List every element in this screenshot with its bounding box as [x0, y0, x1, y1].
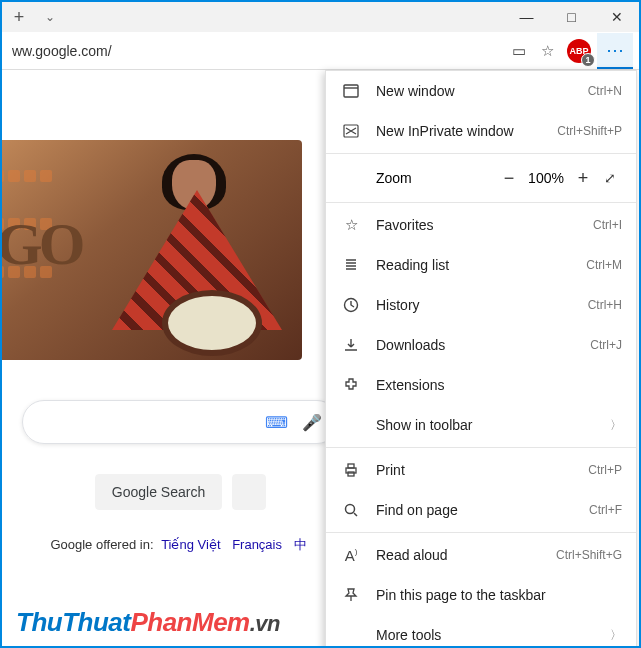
svg-rect-4	[348, 464, 354, 468]
settings-more-button[interactable]: ⋯	[597, 33, 633, 69]
menu-favorites[interactable]: ☆ Favorites Ctrl+I	[326, 205, 636, 245]
menu-history[interactable]: History Ctrl+H	[326, 285, 636, 325]
google-search-button[interactable]: Google Search	[95, 474, 222, 510]
reading-list-icon	[340, 257, 362, 273]
chevron-right-icon: 〉	[610, 627, 622, 644]
lang-link-zh[interactable]: 中	[294, 537, 307, 552]
read-aloud-icon: A)	[340, 547, 362, 564]
more-menu: New window Ctrl+N New InPrivate window C…	[325, 70, 637, 648]
url-input[interactable]	[8, 37, 505, 65]
inprivate-icon	[340, 123, 362, 139]
svg-rect-0	[344, 85, 358, 97]
menu-reading-list[interactable]: Reading list Ctrl+M	[326, 245, 636, 285]
doodle-text: GO	[0, 210, 81, 279]
find-icon	[340, 502, 362, 518]
print-icon	[340, 462, 362, 478]
zoom-out-button[interactable]: −	[494, 168, 524, 189]
keyboard-icon[interactable]: ⌨	[265, 413, 288, 432]
titlebar: + ⌄ — □ ✕	[2, 2, 639, 32]
new-window-icon	[340, 83, 362, 99]
language-offered: Google offered in: Tiếng Việt Français 中	[22, 536, 339, 554]
search-input[interactable]: ⌨ 🎤	[22, 400, 339, 444]
menu-find-on-page[interactable]: Find on page Ctrl+F	[326, 490, 636, 530]
menu-zoom-row: Zoom − 100% + ⤢	[326, 156, 636, 200]
pin-icon	[340, 587, 362, 603]
fullscreen-button[interactable]: ⤢	[598, 170, 622, 186]
svg-rect-5	[348, 472, 354, 476]
abp-extension-icon[interactable]: ABP 1	[567, 39, 591, 63]
new-tab-button[interactable]: +	[2, 7, 36, 28]
menu-more-tools[interactable]: More tools 〉	[326, 615, 636, 648]
window-close-button[interactable]: ✕	[594, 2, 639, 32]
google-doodle[interactable]: GO	[0, 140, 302, 360]
reading-view-icon[interactable]: ▭	[505, 37, 533, 65]
downloads-icon	[340, 337, 362, 353]
history-icon	[340, 297, 362, 313]
voice-search-icon[interactable]: 🎤	[302, 413, 322, 432]
window-maximize-button[interactable]: □	[549, 2, 594, 32]
lang-link-vi[interactable]: Tiếng Việt	[161, 537, 220, 552]
menu-pin-to-taskbar[interactable]: Pin this page to the taskbar	[326, 575, 636, 615]
chevron-right-icon: 〉	[610, 417, 622, 434]
favorite-star-icon[interactable]: ☆	[533, 37, 561, 65]
menu-new-window[interactable]: New window Ctrl+N	[326, 71, 636, 111]
menu-print[interactable]: Print Ctrl+P	[326, 450, 636, 490]
address-bar: ▭ ☆ ABP 1 ⋯	[2, 32, 639, 70]
menu-new-inprivate[interactable]: New InPrivate window Ctrl+Shift+P	[326, 111, 636, 151]
extensions-icon	[340, 377, 362, 393]
menu-read-aloud[interactable]: A) Read aloud Ctrl+Shift+G	[326, 535, 636, 575]
zoom-value: 100%	[524, 170, 568, 186]
menu-extensions[interactable]: Extensions	[326, 365, 636, 405]
lucky-button[interactable]	[232, 474, 266, 510]
watermark: ThuThuatPhanMem.vn	[16, 607, 280, 638]
zoom-in-button[interactable]: +	[568, 168, 598, 189]
lang-link-fr[interactable]: Français	[232, 537, 282, 552]
favorites-icon: ☆	[340, 216, 362, 234]
window-minimize-button[interactable]: —	[504, 2, 549, 32]
menu-downloads[interactable]: Downloads Ctrl+J	[326, 325, 636, 365]
tabs-chevron[interactable]: ⌄	[36, 10, 64, 24]
menu-show-in-toolbar[interactable]: Show in toolbar 〉	[326, 405, 636, 445]
svg-point-6	[346, 505, 355, 514]
abp-count-badge: 1	[581, 53, 595, 67]
